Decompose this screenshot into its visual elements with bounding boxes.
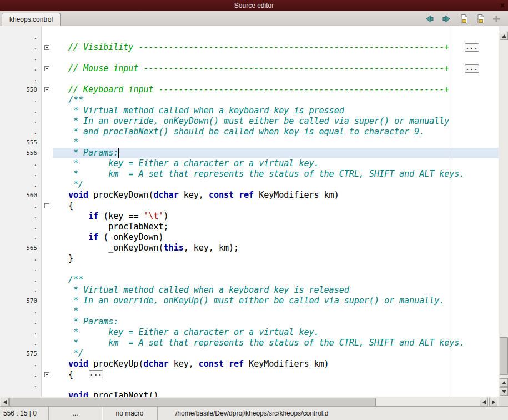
line-number[interactable]: 560 bbox=[0, 190, 42, 201]
save-file-button[interactable] bbox=[458, 13, 470, 24]
fold-toggle-icon[interactable] bbox=[44, 66, 49, 71]
code-line[interactable]: .// Visibility -------------------------… bbox=[0, 42, 499, 53]
line-number[interactable]: 570 bbox=[0, 296, 42, 306]
horizontal-scrollbar[interactable] bbox=[0, 397, 499, 406]
fold-toggle-icon[interactable] bbox=[44, 45, 49, 50]
code-line[interactable]: . bbox=[0, 53, 499, 63]
code-line[interactable]: . * km = A set that represents the statu… bbox=[0, 169, 499, 179]
close-icon[interactable]: × bbox=[500, 1, 505, 11]
line-number[interactable]: . bbox=[0, 158, 42, 169]
code-line[interactable]: 555 * bbox=[0, 137, 499, 148]
code-text: } bbox=[53, 253, 499, 264]
folded-code-icon[interactable]: ... bbox=[89, 370, 103, 378]
save-file-as-button[interactable] bbox=[475, 13, 487, 24]
line-number[interactable]: 555 bbox=[0, 137, 42, 148]
code-line[interactable]: . * and procTabNext() should be called w… bbox=[0, 127, 499, 137]
code-line[interactable]: .{ bbox=[0, 201, 499, 211]
scroll-down-button[interactable] bbox=[500, 387, 508, 396]
line-number[interactable]: . bbox=[0, 338, 42, 348]
tab-kheops-control[interactable]: kheops.control bbox=[2, 13, 61, 26]
code-line[interactable]: . * bbox=[0, 306, 499, 317]
fold-toggle-icon[interactable] bbox=[44, 372, 49, 377]
code-line[interactable]: . * In an override, onKeyDown() must eit… bbox=[0, 116, 499, 127]
code-line[interactable]: 560void procKeyDown(dchar key, const ref… bbox=[0, 190, 499, 201]
line-number[interactable]: . bbox=[0, 169, 42, 179]
code-line[interactable]: . bbox=[0, 74, 499, 84]
folded-region-icon[interactable]: ... bbox=[465, 43, 479, 52]
line-number[interactable]: . bbox=[0, 359, 42, 369]
line-number[interactable]: . bbox=[0, 369, 42, 380]
vertical-scroll-thumb[interactable] bbox=[500, 337, 508, 375]
line-number[interactable]: . bbox=[0, 232, 42, 243]
vertical-scrollbar[interactable] bbox=[499, 32, 508, 397]
code-line[interactable]: . bbox=[0, 264, 499, 274]
code-line[interactable]: .} bbox=[0, 253, 499, 264]
code-line[interactable]: .void procKeyUp(dchar key, const ref Key… bbox=[0, 359, 499, 369]
code-line[interactable]: .{... bbox=[0, 369, 499, 380]
detach-editor-button[interactable] bbox=[490, 13, 502, 24]
code-line[interactable]: 550// Keyboard input -------------------… bbox=[0, 84, 499, 95]
scroll-left-button[interactable] bbox=[1, 398, 9, 406]
go-forward-button[interactable] bbox=[440, 13, 452, 24]
code-line[interactable]: 575 */ bbox=[0, 348, 499, 359]
code-line[interactable]: . * Params: bbox=[0, 317, 499, 327]
code-line[interactable]: ./** bbox=[0, 274, 499, 285]
code-line[interactable]: . * km = A set that represents the statu… bbox=[0, 338, 499, 348]
line-number[interactable]: . bbox=[0, 222, 42, 232]
fold-toggle-icon[interactable] bbox=[44, 87, 49, 92]
scroll-up-button[interactable] bbox=[500, 32, 508, 40]
horizontal-scroll-thumb[interactable] bbox=[9, 398, 376, 406]
line-number[interactable]: . bbox=[0, 53, 42, 63]
line-number[interactable]: . bbox=[0, 106, 42, 116]
code-line[interactable]: . * key = Either a character or a virtua… bbox=[0, 327, 499, 338]
code-line[interactable]: 556 * Params: bbox=[0, 148, 499, 158]
code-line[interactable]: . * Virtual method called when a keyboar… bbox=[0, 285, 499, 296]
line-number[interactable]: . bbox=[0, 95, 42, 106]
code-line[interactable]: . bbox=[0, 32, 499, 42]
line-number[interactable]: . bbox=[0, 317, 42, 327]
fold-toggle-icon[interactable] bbox=[44, 203, 49, 208]
line-number[interactable]: . bbox=[0, 391, 42, 397]
line-number[interactable]: . bbox=[0, 211, 42, 222]
line-number[interactable]: . bbox=[0, 201, 42, 211]
code-line[interactable]: 565 _onKeyDown(this, key, km); bbox=[0, 243, 499, 253]
line-number[interactable]: . bbox=[0, 306, 42, 317]
line-number[interactable]: . bbox=[0, 380, 42, 391]
go-back-button[interactable] bbox=[424, 13, 436, 24]
code-line[interactable]: 570 * In an override, onKeyUp() must eit… bbox=[0, 296, 499, 306]
code-line[interactable]: . * key = Either a character or a virtua… bbox=[0, 158, 499, 169]
scroll-right-button[interactable] bbox=[489, 398, 497, 406]
scroll-up-button-bottom[interactable] bbox=[500, 378, 508, 387]
line-number[interactable]: . bbox=[0, 74, 42, 84]
line-number[interactable]: . bbox=[0, 264, 42, 274]
line-number[interactable]: . bbox=[0, 179, 42, 190]
code-line[interactable]: .void procTabNext() bbox=[0, 391, 499, 397]
code-line[interactable]: . procTabNext; bbox=[0, 222, 499, 232]
code-line[interactable]: . */ bbox=[0, 179, 499, 190]
fold-column bbox=[42, 253, 53, 264]
code-line[interactable]: . bbox=[0, 380, 499, 391]
line-number[interactable]: . bbox=[0, 63, 42, 74]
code-text: * km = A set that represents the status … bbox=[53, 169, 499, 179]
line-number[interactable]: . bbox=[0, 274, 42, 285]
code-line[interactable]: . if (_onKeyDown) bbox=[0, 232, 499, 243]
line-number[interactable]: . bbox=[0, 253, 42, 264]
line-number[interactable]: 565 bbox=[0, 243, 42, 253]
code-text: // Keyboard input ----------------------… bbox=[53, 84, 499, 95]
code-editor[interactable]: ..// Visibility ------------------------… bbox=[0, 26, 499, 397]
code-line[interactable]: .// Mouse input ------------------------… bbox=[0, 63, 499, 74]
code-line[interactable]: . * Virtual method called when a keyboar… bbox=[0, 106, 499, 116]
line-number[interactable]: 575 bbox=[0, 348, 42, 359]
scroll-left-button-right[interactable] bbox=[480, 398, 488, 406]
line-number[interactable]: 556 bbox=[0, 148, 42, 158]
folded-region-icon[interactable]: ... bbox=[465, 64, 479, 73]
line-number[interactable]: . bbox=[0, 327, 42, 338]
line-number[interactable]: . bbox=[0, 42, 42, 53]
code-line[interactable]: . if (key == '\t') bbox=[0, 211, 499, 222]
line-number[interactable]: 550 bbox=[0, 84, 42, 95]
code-line[interactable]: ./** bbox=[0, 95, 499, 106]
line-number[interactable]: . bbox=[0, 116, 42, 127]
line-number[interactable]: . bbox=[0, 285, 42, 296]
line-number[interactable]: . bbox=[0, 127, 42, 137]
line-number[interactable]: . bbox=[0, 32, 42, 42]
